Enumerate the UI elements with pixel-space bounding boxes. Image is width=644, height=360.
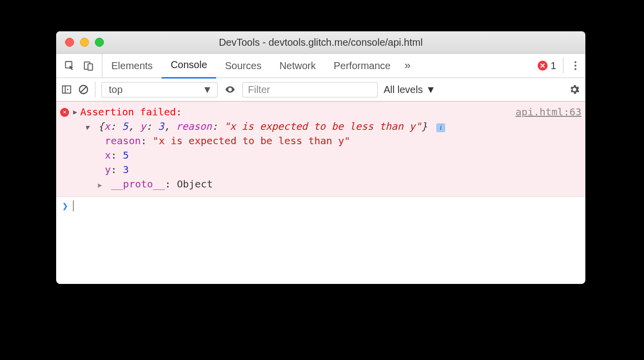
property-x: x: 5 [60, 148, 581, 163]
svg-line-7 [81, 87, 86, 92]
assertion-label: Assertion failed: [80, 105, 182, 119]
log-levels-selector[interactable]: All levels ▼ [384, 84, 436, 95]
gear-icon[interactable] [568, 84, 580, 95]
source-link[interactable]: api.html:63 [516, 105, 581, 119]
context-value: top [109, 84, 123, 95]
key-proto: __proto__ [111, 178, 164, 190]
chevron-down-icon: ▼ [202, 84, 212, 95]
key-reason-line: reason [105, 135, 141, 147]
val-y-line: 3 [123, 164, 129, 176]
property-y: y: 3 [60, 163, 581, 177]
window-title: DevTools - devtools.glitch.me/console/ap… [56, 37, 585, 48]
chevron-down-icon: ▼ [426, 84, 436, 95]
svg-rect-2 [88, 64, 92, 70]
info-icon[interactable]: i [436, 123, 445, 132]
property-reason: reason: "x is expected to be less than y… [60, 134, 581, 148]
fullscreen-window-button[interactable] [95, 38, 104, 47]
clear-console-icon[interactable] [78, 84, 89, 95]
traffic-lights [56, 38, 104, 47]
key-x-line: x [105, 149, 111, 161]
separator [95, 82, 95, 97]
show-console-sidebar-icon[interactable] [61, 84, 72, 95]
error-count-badge[interactable]: ✕ 1 [538, 60, 556, 72]
tab-network[interactable]: Network [270, 54, 324, 78]
titlebar: DevTools - devtools.glitch.me/console/ap… [56, 31, 585, 54]
filter-placeholder: Filter [248, 84, 270, 95]
minimize-window-button[interactable] [80, 38, 89, 47]
key-y-line: y [105, 164, 111, 176]
val-x-line: 5 [123, 149, 129, 161]
prompt-chevron-icon: ❯ [62, 200, 68, 212]
levels-label: All levels [384, 84, 423, 95]
console-prompt[interactable]: ❯ [56, 197, 585, 215]
property-proto[interactable]: ▶ __proto__: Object [60, 177, 581, 191]
val-reason: "x is expected to be less than y" [224, 120, 421, 132]
object-preview-line[interactable]: ▼ {x: 5, y: 3, reason: "x is expected to… [60, 119, 581, 134]
more-tabs-icon[interactable]: » [400, 59, 415, 72]
val-reason-line: "x is expected to be less than y" [153, 135, 350, 147]
key-reason: reason [176, 120, 212, 132]
key-x: x [104, 120, 110, 132]
val-y: 3 [158, 120, 164, 132]
val-x: 5 [122, 120, 128, 132]
console-output: ✕ ▶ Assertion failed: api.html:63 ▼ {x: … [56, 101, 585, 284]
error-count: 1 [551, 60, 556, 72]
tab-sources[interactable]: Sources [216, 54, 270, 78]
close-window-button[interactable] [65, 38, 74, 47]
key-y: y [140, 120, 146, 132]
expand-icon[interactable]: ▶ [98, 180, 102, 190]
collapse-icon[interactable]: ▼ [85, 122, 89, 132]
live-expression-icon[interactable] [224, 84, 237, 95]
device-toggle-icon[interactable] [83, 60, 94, 71]
svg-point-8 [229, 89, 231, 90]
console-toolbar: top ▼ Filter All levels ▼ [56, 78, 585, 101]
console-error-entry[interactable]: ✕ ▶ Assertion failed: api.html:63 ▼ {x: … [56, 101, 585, 197]
kebab-menu-icon[interactable] [570, 61, 580, 70]
brace-close: } [421, 120, 427, 132]
svg-rect-3 [63, 86, 71, 93]
val-proto: Object [177, 178, 213, 190]
devtools-tabs: Elements Console Sources Network Perform… [56, 54, 585, 78]
tab-console[interactable]: Console [161, 53, 216, 79]
brace-open: { [98, 120, 104, 132]
text-caret [73, 200, 74, 211]
context-selector[interactable]: top ▼ [101, 82, 218, 97]
expand-icon[interactable]: ▶ [73, 107, 77, 117]
filter-input[interactable]: Filter [242, 82, 378, 97]
svg-marker-5 [67, 89, 69, 90]
separator [563, 58, 564, 74]
error-icon: ✕ [538, 61, 548, 71]
inspect-icon[interactable] [64, 60, 75, 71]
tab-elements[interactable]: Elements [102, 54, 161, 78]
devtools-window: DevTools - devtools.glitch.me/console/ap… [56, 31, 585, 284]
error-icon: ✕ [60, 108, 69, 117]
tab-performance[interactable]: Performance [325, 54, 400, 78]
